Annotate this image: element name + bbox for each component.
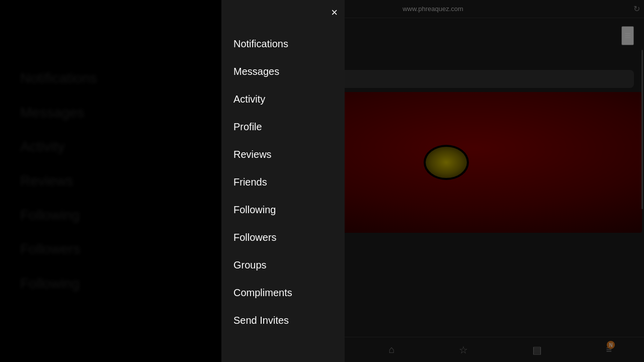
menu-item-notifications[interactable]: Notifications: [221, 30, 345, 58]
menu-item-groups[interactable]: Groups: [221, 251, 345, 279]
menu-item-compliments[interactable]: Compliments: [221, 279, 345, 307]
menu-item-messages[interactable]: Messages: [221, 58, 345, 85]
menu-item-following[interactable]: Following: [221, 196, 345, 224]
menu-item-activity[interactable]: Activity: [221, 85, 345, 113]
menu-item-followers[interactable]: Followers: [221, 224, 345, 251]
menu-item-reviews[interactable]: Reviews: [221, 141, 345, 168]
menu-item-friends[interactable]: Friends: [221, 168, 345, 196]
menu-item-send-invites[interactable]: Send Invites: [221, 307, 345, 334]
menu-item-profile[interactable]: Profile: [221, 113, 345, 141]
close-button[interactable]: ×: [331, 7, 338, 18]
slide-menu: × Notifications Messages Activity Profil…: [221, 0, 345, 362]
